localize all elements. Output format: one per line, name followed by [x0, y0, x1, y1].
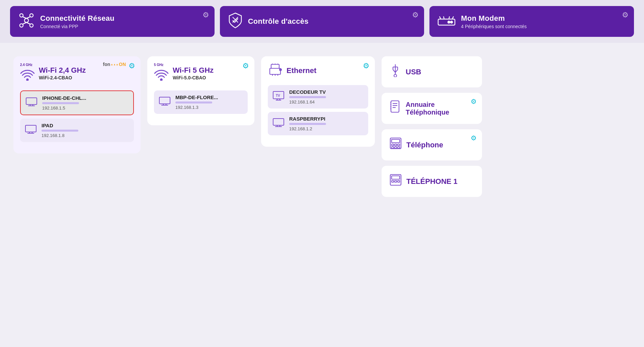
- annuaire-card[interactable]: ⚙ Annuaire Téléphonique: [382, 93, 482, 124]
- wifi5-title-block: Wi-Fi 5 GHz WiFi-5.0-CBAO: [173, 66, 214, 80]
- mbp-info: MBP-DE-FLORE... 192.168.1.3: [175, 94, 218, 110]
- wifi5-icon-block: 5 GHz: [154, 63, 169, 84]
- telephone-gear-icon[interactable]: ⚙: [471, 134, 477, 142]
- device-ipad[interactable]: IPAD 192.168.1.8: [20, 119, 134, 142]
- telephone-card[interactable]: ⚙ Téléphone: [382, 129, 482, 160]
- header-bar: Connectivité Réseau Connecté via PPP ⚙ C…: [0, 0, 644, 43]
- access-title: Contrôle d'accès: [248, 17, 416, 26]
- svg-rect-70: [392, 147, 394, 148]
- fon-on: ON: [119, 62, 126, 67]
- svg-point-2: [30, 14, 33, 17]
- modem-text: Mon Modem 4 Périphériques sont connectés: [461, 14, 626, 29]
- modem-subtitle: 4 Périphériques sont connectés: [461, 24, 626, 29]
- wifi5-gear-icon[interactable]: ⚙: [242, 62, 249, 70]
- wifi24-card: fon ▲▲▲ ON ⚙ 2.4 GHz Wi-Fi 2,4 GHz W: [13, 56, 141, 153]
- raspberry-bar: [289, 123, 326, 125]
- svg-point-56: [394, 74, 397, 77]
- shield-icon: [228, 12, 243, 30]
- wifi24-ssid: WiFi-2.4-CBAO: [39, 75, 86, 80]
- annuaire-icon: [390, 100, 401, 117]
- access-gear-icon[interactable]: ⚙: [412, 11, 419, 19]
- access-card[interactable]: Contrôle d'accès ⚙: [220, 6, 424, 37]
- connectivity-title: Connectivité Réseau: [40, 14, 207, 23]
- svg-text:TV: TV: [276, 94, 280, 97]
- svg-point-3: [20, 24, 23, 27]
- laptop-icon-mbp: [159, 96, 171, 109]
- svg-rect-57: [391, 101, 399, 112]
- wifi5-wifi-icon: [154, 68, 169, 84]
- svg-rect-48: [273, 119, 284, 125]
- wifi24-gear-icon[interactable]: ⚙: [129, 62, 135, 70]
- device-mbp[interactable]: MBP-DE-FLORE... 192.168.1.3: [154, 90, 248, 114]
- svg-point-42: [279, 69, 281, 71]
- svg-rect-21: [26, 98, 37, 105]
- modem-card[interactable]: Mon Modem 4 Périphériques sont connectés…: [429, 6, 634, 37]
- svg-point-1: [20, 14, 23, 17]
- svg-rect-75: [392, 181, 394, 182]
- svg-rect-71: [395, 147, 397, 148]
- main-content: fon ▲▲▲ ON ⚙ 2.4 GHz Wi-Fi 2,4 GHz W: [0, 43, 644, 207]
- fon-badge: fon ▲▲▲ ON: [103, 62, 126, 67]
- raspberry-name: RASPBERRYPI: [289, 116, 326, 122]
- laptop-icon-raspberry: [272, 117, 285, 130]
- iphone-ip: 192.168.1.5: [42, 106, 86, 111]
- svg-point-29: [161, 79, 162, 81]
- telephone1-icon: [390, 173, 402, 190]
- ipad-info: IPAD 192.168.1.8: [42, 123, 78, 138]
- telephone1-title: TÉLÉPHONE 1: [406, 177, 458, 186]
- modem-gear-icon[interactable]: ⚙: [622, 11, 629, 19]
- usb-title: USB: [406, 68, 421, 76]
- wifi5-ssid: WiFi-5.0-CBAO: [173, 75, 214, 80]
- svg-rect-68: [395, 144, 397, 146]
- ethernet-gear-icon[interactable]: ⚙: [363, 62, 370, 70]
- raspberry-info: RASPBERRYPI 192.168.1.2: [289, 116, 326, 131]
- svg-point-4: [30, 24, 33, 27]
- mbp-name: MBP-DE-FLORE...: [175, 94, 218, 100]
- ethernet-icon: [268, 63, 283, 78]
- ethernet-title: Ethernet: [287, 67, 316, 75]
- usb-card[interactable]: USB: [382, 56, 482, 87]
- iphone-name: IPHONE-DE-CHL...: [42, 95, 86, 101]
- svg-rect-34: [270, 68, 280, 74]
- wifi24-icon-block: 2.4 GHz: [20, 63, 35, 84]
- svg-rect-76: [395, 181, 397, 182]
- svg-point-0: [24, 18, 28, 22]
- tv-icon: TV: [272, 90, 285, 104]
- svg-rect-72: [398, 147, 400, 148]
- telephone-title: Téléphone: [406, 141, 443, 149]
- device-iphone[interactable]: IPHONE-DE-CHL... 192.168.1.5: [20, 90, 134, 115]
- tv-info: DECODEUR TV 192.168.1.64: [289, 89, 326, 105]
- network-icon: [18, 12, 35, 31]
- device-tv[interactable]: TV DECODEUR TV 192.168.1.64: [268, 85, 368, 109]
- telephone-icon: [390, 137, 402, 153]
- connectivity-text: Connectivité Réseau Connecté via PPP: [40, 14, 207, 29]
- svg-line-6: [26, 17, 30, 18]
- ipad-name: IPAD: [42, 123, 78, 128]
- svg-point-18: [451, 21, 453, 23]
- laptop-icon-ipad: [25, 124, 37, 137]
- annuaire-gear-icon[interactable]: ⚙: [471, 97, 477, 106]
- mbp-ip: 192.168.1.3: [175, 105, 218, 110]
- connectivity-card[interactable]: Connectivité Réseau Connecté via PPP ⚙: [10, 6, 215, 37]
- ipad-bar: [42, 130, 78, 132]
- wifi5-card: ⚙ 5 GHz Wi-Fi 5 GHz WiFi-5.0-CBAO: [147, 56, 254, 125]
- tv-name: DECODEUR TV: [289, 89, 326, 95]
- mbp-bar: [175, 101, 212, 103]
- wifi5-header: 5 GHz Wi-Fi 5 GHz WiFi-5.0-CBAO: [154, 63, 248, 84]
- svg-rect-74: [392, 176, 400, 179]
- wifi24-title-block: Wi-Fi 2,4 GHz WiFi-2.4-CBAO: [39, 66, 86, 80]
- telephone1-card[interactable]: TÉLÉPHONE 1: [382, 166, 482, 197]
- iphone-bar: [42, 102, 79, 104]
- connectivity-gear-icon[interactable]: ⚙: [203, 11, 209, 19]
- svg-rect-66: [392, 139, 400, 143]
- iphone-info: IPHONE-DE-CHL... 192.168.1.5: [42, 95, 86, 111]
- wifi24-freq: 2.4 GHz: [20, 63, 35, 67]
- device-raspberry[interactable]: RASPBERRYPI 192.168.1.2: [268, 112, 368, 135]
- ethernet-header: Ethernet: [268, 63, 368, 78]
- svg-point-19: [448, 21, 450, 23]
- svg-rect-25: [25, 125, 36, 132]
- svg-rect-35: [271, 64, 279, 68]
- ethernet-title-block: Ethernet: [287, 67, 316, 75]
- svg-line-8: [26, 22, 30, 24]
- svg-rect-67: [392, 144, 394, 146]
